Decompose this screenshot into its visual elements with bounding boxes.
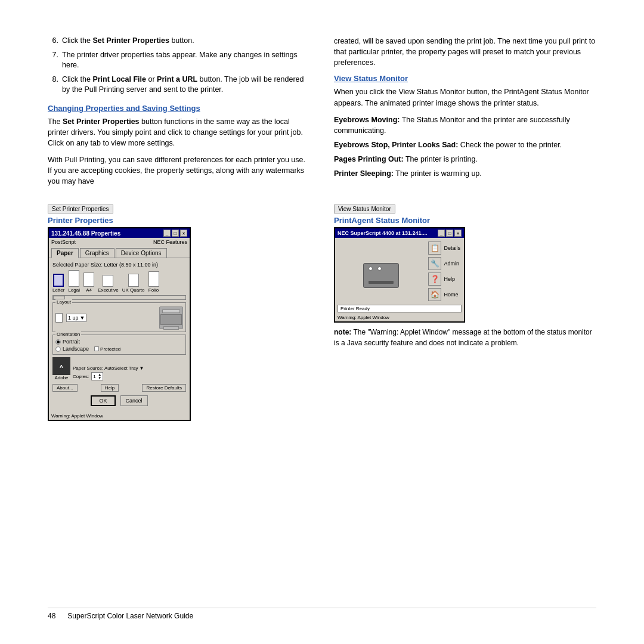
paper-source-label: Paper Source: AutoSelect Tray ▼ <box>73 366 186 371</box>
nec-features-tab[interactable]: NEC Features <box>153 239 187 245</box>
list-text-8: Click the Print Local File or Print a UR… <box>62 75 310 95</box>
body-text-2: With Pull Printing, you can save differe… <box>48 154 310 187</box>
dialog-tabs: Paper Graphics Device Options <box>49 246 190 258</box>
page-footer: 48 SuperScript Color Laser Network Guide <box>48 608 596 620</box>
page-number: 48 <box>48 612 55 620</box>
list-item-7: 7. The printer driver properties tabs ap… <box>48 50 310 71</box>
printer-ready-text: Printer Ready <box>340 306 370 311</box>
printer-image <box>159 306 183 329</box>
orientation-section: Orientation Portrait Landscape <box>52 335 186 355</box>
printer-animation <box>363 255 402 288</box>
maximize-button[interactable]: □ <box>172 230 179 237</box>
top-tab-row: PostScript NEC Features <box>49 238 190 246</box>
portrait-radio[interactable] <box>55 339 61 345</box>
landscape-option[interactable]: Landscape Protected <box>55 346 183 352</box>
paper-uk-quarto-icon[interactable]: UK Quarto <box>122 274 145 293</box>
graphics-tab[interactable]: Graphics <box>80 248 114 258</box>
cancel-button[interactable]: Cancel <box>120 395 148 406</box>
help-button[interactable]: Help <box>101 384 119 392</box>
status-entry-1: Eyebrows Moving: The Status Monitor and … <box>334 114 596 136</box>
list-num-6: 6. <box>48 36 58 47</box>
admin-icon[interactable]: 🔧 <box>428 257 441 270</box>
about-button[interactable]: About... <box>52 384 78 392</box>
protected-checkbox[interactable] <box>94 346 99 351</box>
close-button[interactable]: × <box>180 230 187 237</box>
printer-properties-dialog: 131.241.45.88 Properties _ □ × PostScrip… <box>48 227 191 421</box>
titlebar-controls: _ □ × <box>163 230 187 237</box>
landscape-radio[interactable] <box>55 346 61 352</box>
left-eye <box>369 267 373 271</box>
paper-executive-icon[interactable]: Executive <box>98 275 119 293</box>
home-button-row: 🏠 Home <box>428 288 460 301</box>
details-icon[interactable]: 📋 <box>428 242 441 255</box>
status-body: 📋 Details 🔧 Admin ❓ Help 🏠 <box>335 238 464 305</box>
ok-button[interactable]: OK <box>91 395 115 406</box>
paper-scrollbar[interactable] <box>52 295 186 300</box>
paper-legal-icon[interactable]: Legal <box>68 270 80 293</box>
right-eye <box>377 267 382 271</box>
admin-button-row: 🔧 Admin <box>428 257 460 270</box>
minimize-button[interactable]: _ <box>163 230 171 237</box>
status-close-button[interactable]: × <box>454 230 462 237</box>
portrait-label: Portrait <box>63 339 80 345</box>
protected-option: Protected <box>94 346 120 352</box>
help-label: Help <box>444 276 455 282</box>
printer-properties-block: Set Printer Properties Printer Propertie… <box>48 205 310 421</box>
layout-label: Layout <box>55 299 72 305</box>
adobe-area: A Adobe <box>52 357 70 380</box>
list-text-6: Click the Set Printer Properties button. <box>62 36 194 47</box>
dialog-body: Selected Paper Size: Letter (8.50 x 11.0… <box>49 258 190 411</box>
note-text: The "Warning: Applet Window" message at … <box>334 328 592 346</box>
postscript-tab[interactable]: PostScript <box>51 239 76 245</box>
paper-icons-row: Letter Legal A4 Executive <box>52 270 186 293</box>
copies-row: Copies: 1▲▼ <box>73 372 186 380</box>
screenshots-area: Set Printer Properties Printer Propertie… <box>48 205 596 421</box>
paper-size-label: Selected Paper Size: Letter (8.50 x 11.0… <box>52 262 186 268</box>
list-num-8: 8. <box>48 75 58 95</box>
paper-folio-icon[interactable]: Folio <box>148 271 159 293</box>
home-icon[interactable]: 🏠 <box>428 288 441 301</box>
restore-defaults-button[interactable]: Restore Defaults <box>142 384 186 392</box>
device-options-tab[interactable]: Device Options <box>116 248 167 258</box>
orientation-label: Orientation <box>55 332 81 337</box>
status-titlebar-controls: _ □ × <box>438 230 462 237</box>
layout-select[interactable]: 1 up▼ <box>66 314 86 322</box>
adobe-icon: A <box>52 357 70 375</box>
paper-source-area: Paper Source: AutoSelect Tray ▼ Copies: … <box>73 366 186 380</box>
layout-inner: 1 up▼ <box>55 306 183 329</box>
changing-properties-heading: Changing Properties and Saving Settings <box>48 104 310 113</box>
set-printer-properties-button[interactable]: Set Printer Properties <box>48 205 113 213</box>
status-minimize-button[interactable]: _ <box>438 230 445 237</box>
adobe-label: Adobe <box>54 375 68 380</box>
view-status-body: When you click the View Status Monitor b… <box>334 86 596 108</box>
status-help-icon[interactable]: ❓ <box>428 273 441 286</box>
status-right-buttons: 📋 Details 🔧 Admin ❓ Help 🏠 <box>427 240 462 302</box>
guide-title: SuperScript Color Laser Network Guide <box>67 612 193 620</box>
paper-slot <box>369 281 394 284</box>
dialog-title-text: 131.241.45.88 Properties <box>51 230 120 237</box>
copies-input[interactable]: 1▲▼ <box>91 372 103 380</box>
admin-label: Admin <box>444 261 459 267</box>
status-monitor-block: View Status Monitor PrintAgent Status Mo… <box>334 205 596 421</box>
page: 6. Click the Set Printer Properties butt… <box>0 0 644 644</box>
paper-tab[interactable]: Paper <box>51 248 79 258</box>
paper-letter-icon[interactable]: Letter <box>52 274 64 293</box>
printer-animated-area <box>338 240 427 302</box>
printer-properties-title: Printer Properties <box>48 216 113 225</box>
status-dialog-title: NEC SuperScript 4400 at 131.241.... <box>338 230 428 236</box>
status-warning: Warning: Applet Window <box>335 314 464 321</box>
view-status-monitor-button[interactable]: View Status Monitor <box>334 205 395 213</box>
left-column: 6. Click the Set Printer Properties butt… <box>48 36 310 193</box>
status-monitor-dialog: NEC SuperScript 4400 at 131.241.... _ □ … <box>334 227 465 323</box>
printer-eyes <box>369 267 382 271</box>
right-intro-text: created, will be saved upon sending the … <box>334 36 596 68</box>
home-label: Home <box>444 292 458 298</box>
status-maximize-button[interactable]: □ <box>446 230 453 237</box>
printer-body <box>363 263 399 288</box>
note-label: note: <box>334 328 351 336</box>
portrait-option[interactable]: Portrait <box>55 339 183 345</box>
paper-a4-icon[interactable]: A4 <box>83 273 94 293</box>
list-num-7: 7. <box>48 50 58 71</box>
list-item-8: 8. Click the Print Local File or Print a… <box>48 75 310 95</box>
body-text-1: The Set Printer Properties button functi… <box>48 116 310 148</box>
